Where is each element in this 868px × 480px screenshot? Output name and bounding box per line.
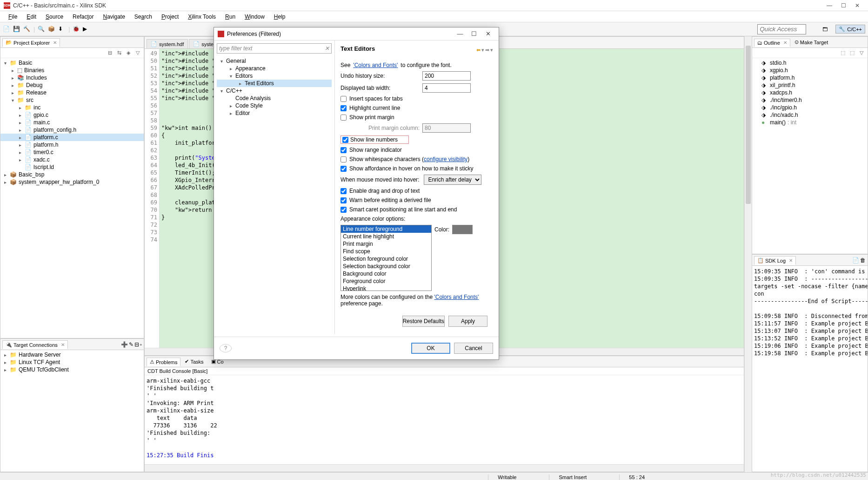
editor-tab-system-hdf[interactable]: 📄 system.hdf — [147, 39, 188, 48]
toolbar-icon[interactable]: 📄 — [3, 26, 10, 33]
restore-defaults-button[interactable]: Restore Defaults — [402, 316, 445, 327]
color-option[interactable]: Current line highlight — [341, 233, 431, 240]
project-explorer-tree[interactable]: ▾📁 Basic ▸⬚ Binaries ▸📚 Includes ▸📁 Debu… — [0, 58, 144, 338]
menu-run[interactable]: Run — [220, 13, 240, 21]
outline-icon[interactable]: ▽ — [858, 50, 865, 56]
nav-back-icon[interactable]: ⬅ — [476, 47, 481, 53]
window-titlebar: SDK C/C++ - Basic/src/main.c - Xilinx SD… — [0, 0, 868, 11]
tc-icon[interactable]: ⊟ — [134, 341, 139, 348]
color-option[interactable]: Print margin — [341, 240, 431, 248]
sdk-log-output[interactable]: 15:09:35 INFO : 'con' command is execute… — [752, 266, 868, 472]
menu-help[interactable]: Help — [269, 13, 290, 21]
dialog-titlebar[interactable]: Preferences (Filtered) — ☐ ✕ — [214, 27, 499, 41]
hover-enrich-select[interactable]: Enrich after delay — [424, 175, 481, 185]
tab-target-connections[interactable]: 🔌 Target Connections✕ — [2, 340, 68, 349]
tab-tasks[interactable]: ✔ Tasks — [181, 357, 207, 366]
app-icon — [218, 31, 224, 37]
tab-project-explorer[interactable]: 📂 Project Explorer✕ — [2, 38, 60, 47]
drag-drop-checkbox[interactable] — [341, 188, 347, 194]
colors-fonts-link[interactable]: 'Colors and Fonts' — [353, 62, 398, 68]
affordance-checkbox[interactable] — [341, 166, 347, 172]
sdklog-icon[interactable]: 📄 — [852, 257, 859, 264]
warn-derived-checkbox[interactable] — [341, 197, 347, 203]
undo-history-input[interactable] — [422, 71, 471, 81]
dialog-minimize[interactable]: — — [453, 30, 467, 37]
color-option[interactable]: Find scope — [341, 248, 431, 255]
close-icon[interactable]: ✕ — [53, 40, 57, 45]
outline-icon[interactable]: ⬚ — [849, 50, 855, 56]
color-option[interactable]: Selection background color — [341, 263, 431, 270]
window-close[interactable]: ✕ — [850, 2, 864, 9]
insert-spaces-checkbox[interactable] — [341, 96, 347, 102]
toolbar-icon[interactable]: 🐞 — [73, 26, 80, 33]
view-menu-icon[interactable]: ▽ — [134, 50, 141, 56]
colors-fonts-link-2[interactable]: 'Colors and Fonts' — [434, 294, 479, 300]
clear-filter-icon[interactable]: ✕ — [325, 45, 329, 52]
console-header: CDT Build Console [Basic] — [145, 367, 744, 375]
toolbar-icon[interactable]: ▶ — [83, 26, 90, 33]
highlight-line-checkbox[interactable] — [341, 105, 347, 111]
console-hscroll[interactable] — [145, 464, 744, 472]
preferences-tree[interactable]: ▾General ▸Appearance ▾Editors ▸Text Edit… — [214, 56, 334, 334]
focus-icon[interactable]: ◈ — [125, 50, 132, 56]
project-explorer-panel: 📂 Project Explorer✕ ⊟ ⇆ ◈ ▽ ▾📁 Basic ▸⬚ … — [0, 36, 144, 338]
menu-xilinx-tools[interactable]: Xilinx Tools — [183, 13, 220, 21]
menu-search[interactable]: Search — [130, 13, 157, 21]
toolbar-icon[interactable]: 🔨 — [23, 26, 31, 33]
tab-width-input[interactable] — [422, 83, 471, 93]
quick-access-input[interactable] — [757, 24, 806, 34]
apply-button[interactable]: Apply — [448, 316, 487, 327]
dialog-close[interactable]: ✕ — [481, 30, 495, 37]
tab-make-target[interactable]: ⊙ Make Target — [791, 38, 831, 47]
color-option[interactable]: Background color — [341, 270, 431, 277]
range-indicator-checkbox[interactable] — [341, 147, 347, 153]
nav-fwd-icon[interactable]: ➡ — [485, 47, 489, 53]
collapse-all-icon[interactable]: ⊟ — [107, 50, 113, 56]
ok-button[interactable]: OK — [411, 343, 450, 354]
outline-tree[interactable]: ⬗ stdio.h ⬗ xgpio.h ⬗ platform.h ⬗ xil_p… — [752, 58, 868, 254]
whitespace-checkbox[interactable] — [341, 156, 347, 162]
menu-file[interactable]: File — [4, 13, 22, 21]
dialog-maximize[interactable]: ☐ — [467, 30, 481, 37]
menu-refactor[interactable]: Refactor — [68, 13, 98, 21]
tab-outline[interactable]: 🗂 Outline✕ — [754, 39, 790, 47]
menu-source[interactable]: Source — [41, 13, 68, 21]
tc-icon[interactable]: ➕ — [121, 341, 128, 348]
perspective-cpp[interactable]: 🔧 C/C++ — [835, 25, 865, 34]
color-option[interactable]: Selection foreground color — [341, 255, 431, 263]
tc-icon[interactable]: ✎ — [129, 341, 134, 348]
sdklog-icon[interactable]: 🗑 — [860, 257, 866, 264]
filter-input[interactable]: type filter text✕ — [217, 43, 332, 54]
tab-sdk-log[interactable]: 📋 SDK Log✕ — [754, 256, 796, 265]
menu-window[interactable]: Window — [240, 13, 269, 21]
window-maximize[interactable]: ☐ — [836, 2, 850, 9]
menu-edit[interactable]: Edit — [22, 13, 41, 21]
menu-navigate[interactable]: Navigate — [98, 13, 129, 21]
editor-vscroll[interactable] — [744, 36, 752, 472]
print-margin-checkbox[interactable] — [341, 115, 347, 121]
window-minimize[interactable]: — — [822, 2, 836, 9]
show-line-numbers-checkbox[interactable] — [342, 137, 348, 143]
toolbar-icon[interactable]: 📦 — [48, 26, 55, 33]
configure-visibility-link[interactable]: configure visibility — [424, 156, 467, 162]
outline-icon[interactable]: ⬚ — [840, 50, 846, 56]
window-title: C/C++ - Basic/src/main.c - Xilinx SDK — [13, 2, 106, 9]
console-output[interactable]: arm-xilinx-eabi-gcc 'Finished building t… — [145, 375, 744, 464]
target-connections-tree[interactable]: ▸📁 Hardware Server ▸📁 Linux TCF Agent ▸📁… — [0, 350, 144, 472]
color-option[interactable]: Foreground color — [341, 277, 431, 285]
cancel-button[interactable]: Cancel — [454, 343, 493, 354]
color-option[interactable]: Line number foreground — [341, 225, 431, 233]
appearance-color-list[interactable]: Line number foregroundCurrent line highl… — [341, 225, 432, 291]
link-editor-icon[interactable]: ⇆ — [116, 50, 122, 56]
toolbar-icon[interactable]: ⬇ — [58, 26, 66, 33]
perspective-open[interactable]: 🗔 — [819, 25, 831, 34]
toolbar-icon[interactable]: 💾 — [13, 26, 20, 33]
tab-problems[interactable]: ⚠ Problems — [147, 358, 180, 366]
smart-caret-checkbox[interactable] — [341, 207, 347, 213]
color-picker[interactable] — [452, 225, 473, 234]
menu-project[interactable]: Project — [157, 13, 183, 21]
tc-icon[interactable]: ▫ — [140, 341, 142, 348]
help-icon[interactable]: ? — [220, 344, 232, 352]
color-option[interactable]: Hyperlink — [341, 285, 431, 291]
toolbar-icon[interactable]: 🔍 — [38, 26, 45, 33]
